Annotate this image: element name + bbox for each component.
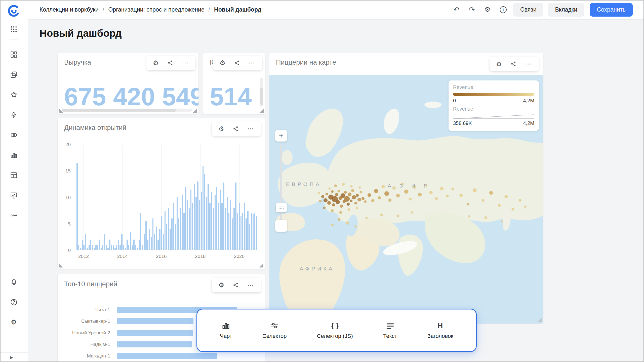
apps-grid-icon[interactable] — [9, 24, 19, 34]
add-item-label: Селектор (JS) — [317, 333, 353, 339]
map-dot — [342, 183, 345, 186]
resize-handle-bottom-right[interactable] — [538, 318, 542, 322]
map-dot — [332, 203, 335, 206]
widget-links-share-icon[interactable] — [510, 61, 516, 67]
horizontal-scrollbar[interactable] — [62, 109, 192, 112]
widget-settings-gear-icon[interactable]: ⚙ — [218, 282, 224, 288]
widget-menu-ellipsis-icon[interactable]: ⋯ — [525, 61, 532, 67]
resize-handle-bottom-left[interactable] — [59, 109, 63, 113]
zoom-out-button[interactable]: − — [275, 220, 287, 232]
vertical-scrollbar[interactable] — [260, 78, 263, 107]
resize-handle-bottom-left[interactable] — [59, 263, 63, 267]
resize-handle-bottom-right[interactable] — [260, 109, 264, 113]
legend-size-min: 358,69K — [453, 120, 472, 126]
map-dot — [324, 198, 328, 202]
legend-gradient-bar — [453, 93, 534, 96]
zoom-slider-handle[interactable] — [276, 203, 287, 212]
map-dot — [435, 197, 438, 200]
add-selector-js-button[interactable]: { } Селектор (JS) — [317, 321, 353, 339]
help-icon[interactable] — [9, 298, 18, 307]
map-dot — [348, 208, 350, 211]
info-icon[interactable]: i — [498, 4, 509, 15]
links-button[interactable]: Связи — [513, 3, 543, 17]
resize-handle-bottom-right[interactable] — [259, 263, 263, 267]
map-dot — [357, 198, 361, 201]
widget-menu-ellipsis-icon[interactable]: ⋯ — [247, 282, 254, 288]
zoom-in-button[interactable]: + — [275, 130, 287, 142]
undo-icon[interactable]: ↶ — [451, 4, 462, 15]
breadcrumb-workbook[interactable]: Организации: спрос и предложение — [108, 6, 204, 13]
map-dot — [382, 185, 385, 188]
widget-links-share-icon[interactable] — [233, 282, 239, 288]
widget-links-share-icon[interactable] — [234, 60, 240, 66]
redo-icon[interactable]: ↷ — [466, 4, 477, 15]
map-dot — [409, 198, 412, 200]
map-dot — [323, 207, 326, 209]
widget-toolbar: ⚙ ⋯ — [213, 56, 262, 70]
notifications-bell-icon[interactable] — [9, 278, 18, 287]
selector-icon — [270, 321, 279, 330]
dashboard-canvas: Новый дашборд Выручка ⚙ ⋯ 675 420 549 Ко… — [28, 20, 644, 362]
widget-revenue[interactable]: Выручка ⚙ ⋯ 675 420 549 — [58, 53, 198, 114]
sidebar-divider — [10, 39, 18, 39]
widget-toolbar: ⚙ ⋯ — [212, 121, 261, 136]
widget-links-share-icon[interactable] — [167, 60, 173, 66]
legend-gradient-max: 4,2M — [523, 98, 534, 104]
widget-menu-ellipsis-icon[interactable]: ⋯ — [247, 125, 254, 132]
dashboard-settings-gear-icon[interactable]: ⚙ — [482, 4, 493, 15]
add-selector-button[interactable]: Селектор — [262, 321, 287, 339]
map-dot — [371, 199, 374, 202]
widget-links-share-icon[interactable] — [233, 126, 239, 132]
collections-icon[interactable] — [9, 70, 18, 79]
sidebar: ⚙ ▶ — [0, 0, 28, 362]
tables-icon[interactable] — [9, 171, 18, 180]
charts-icon[interactable] — [9, 151, 18, 160]
save-button[interactable]: Сохранить — [590, 3, 633, 17]
widget-map[interactable]: Пиццерии на карте ⚙ ⋯ — [269, 53, 543, 324]
widget-settings-gear-icon[interactable]: ⚙ — [153, 60, 159, 66]
widget-count[interactable]: Ко ⚙ ⋯ 514 — [203, 53, 265, 114]
sidebar-footer: ▶ — [0, 352, 28, 362]
map-dot — [318, 192, 320, 194]
widget-menu-ellipsis-icon[interactable]: ⋯ — [249, 60, 256, 66]
widget-toolbar: ⚙ ⋯ — [490, 57, 539, 71]
map-dot — [411, 211, 413, 213]
widget-settings-gear-icon[interactable]: ⚙ — [218, 125, 224, 132]
add-text-button[interactable]: Текст — [383, 321, 397, 339]
sidebar-bottom: ⚙ — [0, 278, 28, 327]
dashboards-icon[interactable] — [9, 50, 18, 59]
map-label-africa: АФРИКА — [300, 266, 335, 272]
expand-sidebar-icon[interactable]: ▶ — [10, 355, 13, 360]
connections-bolt-icon[interactable] — [9, 110, 18, 119]
resize-handle-bottom-right[interactable] — [193, 109, 197, 113]
tabs-button[interactable]: Вкладки — [548, 3, 584, 17]
settings-gear-icon[interactable]: ⚙ — [9, 318, 18, 327]
map-dot — [350, 200, 352, 202]
presentations-icon[interactable] — [9, 191, 18, 200]
map-dot — [338, 190, 340, 192]
widget-menu-ellipsis-icon[interactable]: ⋯ — [182, 60, 189, 66]
widget-settings-gear-icon[interactable]: ⚙ — [496, 61, 502, 67]
datalens-logo[interactable] — [7, 4, 21, 18]
map-canvas[interactable]: ЕВРОПА А З И Я АФРИКА Revenue 0 4,2M Rev… — [269, 75, 543, 324]
add-heading-button[interactable]: H Заголовок — [427, 321, 453, 339]
heading-icon: H — [438, 321, 443, 330]
map-dot — [404, 190, 408, 194]
breadcrumb-collections[interactable]: Коллекции и воркбуки — [39, 6, 99, 13]
widget-settings-gear-icon[interactable]: ⚙ — [220, 60, 225, 66]
map-dot — [339, 211, 342, 214]
add-item-label: Чарт — [220, 333, 232, 339]
map-dot — [378, 196, 381, 199]
favorites-star-icon[interactable] — [9, 90, 18, 99]
map-dot — [368, 193, 371, 197]
add-chart-button[interactable]: Чарт — [220, 321, 232, 339]
map-dot — [366, 217, 368, 219]
datasets-circles-icon[interactable] — [9, 130, 18, 140]
map-dot — [460, 194, 463, 197]
widget-dynamics[interactable]: Динамика открытий ⚙ ⋯ 05101520 201220142… — [58, 118, 265, 269]
add-item-label: Текст — [383, 333, 397, 339]
map-dot — [344, 196, 350, 202]
widget-title: Пиццерии на карте — [276, 59, 336, 66]
legend-size-max: 4,2M — [523, 120, 534, 126]
more-icon[interactable] — [9, 211, 18, 220]
